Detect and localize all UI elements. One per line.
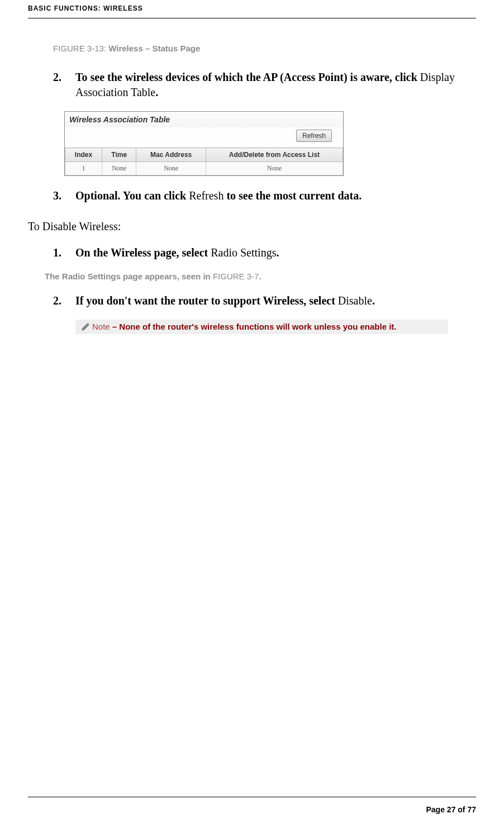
note-label: Note — [92, 322, 110, 331]
figure-caption: FIGURE 3-13: Wireless – Status Page — [53, 44, 476, 53]
table-title-row: Wireless Association Table — [65, 112, 343, 127]
cell-index: 1 — [65, 162, 102, 175]
text-plain: Radio Settings — [211, 246, 276, 259]
step-number: 3. — [53, 188, 75, 203]
text-bold: Optional. You can click — [75, 189, 189, 202]
step-2: 2. To see the wireless devices of which … — [53, 70, 476, 100]
step-content: If you don't want the router to support … — [75, 293, 476, 308]
pencil-icon — [81, 322, 90, 331]
cell-add-delete: None — [206, 162, 343, 175]
figure-title: Wireless – Status Page — [108, 44, 200, 53]
text-bold: To see the wireless devices of which the… — [75, 71, 420, 83]
cell-time: None — [102, 162, 136, 175]
note-box: Note – None of the router's wireless fun… — [75, 320, 448, 334]
text-bold: If you don't want the router to support … — [75, 294, 338, 307]
radio-settings-note: The Radio Settings page appears, seen in… — [45, 272, 476, 281]
text-bold: to see the most current data. — [224, 189, 362, 202]
note-text: – None of the router's wireless function… — [110, 322, 397, 331]
step-3: 3. Optional. You can click Refresh to se… — [53, 188, 476, 203]
page-footer: Page 27 of 77 — [28, 797, 476, 814]
table-title: Wireless Association Table — [69, 115, 339, 124]
disable-step-1: 1. On the Wireless page, select Radio Se… — [53, 245, 476, 260]
step-content: Optional. You can click Refresh to see t… — [75, 188, 476, 203]
text-plain: Refresh — [189, 189, 224, 202]
note-text-wrapper: Note – None of the router's wireless fun… — [92, 321, 397, 332]
step-number: 2. — [53, 293, 75, 308]
text-bold: . — [372, 294, 375, 307]
refresh-row: Refresh — [65, 127, 343, 147]
table-row: 1 None None None — [65, 162, 343, 175]
figure-label: FIGURE 3-13: — [53, 44, 108, 53]
col-add-delete: Add/Delete from Access List — [206, 148, 343, 162]
refresh-button[interactable]: Refresh — [296, 130, 332, 142]
figure-reference: FIGURE 3-7 — [213, 272, 259, 281]
association-table: Index Time Mac Address Add/Delete from A… — [65, 147, 343, 175]
text-bold: On the Wireless page, select — [75, 246, 211, 259]
cell-mac: None — [136, 162, 206, 175]
table-header-row: Index Time Mac Address Add/Delete from A… — [65, 148, 343, 162]
text-bold: . — [276, 246, 279, 259]
step-content: On the Wireless page, select Radio Setti… — [75, 245, 476, 260]
page-header: BASIC FUNCTIONS: WIRELESS — [28, 0, 476, 18]
association-table-screenshot: Wireless Association Table Refresh Index… — [64, 111, 344, 176]
note-text: . — [259, 272, 261, 281]
note-text: The Radio Settings page appears, seen in — [45, 272, 213, 281]
step-content: To see the wireless devices of which the… — [75, 70, 476, 100]
disable-wireless-heading: To Disable Wireless: — [28, 220, 476, 233]
text-plain: Disable — [338, 294, 372, 307]
col-index: Index — [65, 148, 102, 162]
step-number: 2. — [53, 70, 75, 100]
text-bold: . — [155, 86, 158, 98]
disable-step-2: 2. If you don't want the router to suppo… — [53, 293, 476, 308]
col-mac: Mac Address — [136, 148, 206, 162]
col-time: Time — [102, 148, 136, 162]
step-number: 1. — [53, 245, 75, 260]
